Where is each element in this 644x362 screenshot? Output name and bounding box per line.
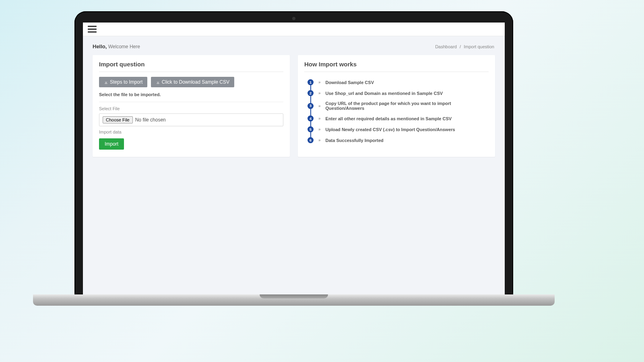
panels: Import question Steps to Import Click to…	[83, 55, 505, 157]
step-item: 2 » Use Shop_url and Domain as mentioned…	[308, 88, 489, 99]
choose-file-button[interactable]: Choose File	[103, 116, 133, 123]
greeting: Hello, Welcome Here	[93, 43, 140, 49]
laptop-notch	[260, 294, 328, 298]
step-item: 4 » Enter all other required details as …	[308, 113, 489, 124]
app-body: Hello, Welcome Here Dashboard / Import q…	[83, 36, 505, 295]
step-text: Copy URL of the product page for which y…	[326, 101, 489, 111]
chevron-right-icon: »	[318, 127, 321, 132]
breadcrumb: Dashboard / Import question	[434, 44, 495, 49]
breadcrumb-sep: /	[460, 44, 461, 49]
chevron-right-icon: »	[318, 80, 321, 84]
step-item: 6 » Data Successfully Imported	[308, 135, 489, 146]
select-file-label: Select File	[99, 106, 283, 111]
download-icon	[104, 80, 108, 84]
button-label: Click to Download Sample CSV	[162, 79, 229, 85]
greeting-hello: Hello,	[93, 43, 107, 49]
hamburger-icon[interactable]	[88, 25, 97, 34]
app-header	[83, 23, 505, 36]
button-label: Steps to Import	[110, 79, 142, 85]
step-text: Enter all other required details as ment…	[326, 116, 452, 121]
step-text: Download Sample CSV	[326, 80, 374, 85]
download-sample-csv-button[interactable]: Click to Download Sample CSV	[151, 77, 234, 87]
chevron-right-icon: »	[318, 91, 321, 95]
file-input[interactable]: Choose File No file chosen	[99, 113, 283, 126]
topbar: Hello, Welcome Here Dashboard / Import q…	[83, 36, 505, 55]
step-number-badge: 3	[308, 103, 314, 109]
greeting-sub: Welcome Here	[108, 44, 140, 49]
breadcrumb-root[interactable]: Dashboard	[435, 44, 457, 49]
download-icon	[156, 80, 160, 84]
breadcrumb-current: Import question	[464, 44, 494, 49]
instruction-text: Select the file to be imported.	[99, 92, 283, 102]
laptop-base	[33, 294, 555, 306]
step-item: 5 » Upload Newly created CSV (.csv) to I…	[308, 124, 489, 135]
how-import-works-card: How Import works 1 » Download Sample CSV…	[298, 55, 495, 157]
step-number-badge: 1	[308, 79, 314, 85]
chevron-right-icon: »	[318, 104, 321, 108]
step-item: 1 » Download Sample CSV	[308, 77, 489, 88]
laptop-camera	[292, 17, 295, 20]
steps-list: 1 » Download Sample CSV 2 » Use Shop_url…	[304, 77, 489, 146]
step-item: 3 » Copy URL of the product page for whi…	[308, 99, 489, 113]
card-title: How Import works	[304, 61, 489, 72]
import-data-label: Import data	[99, 130, 283, 134]
file-status: No file chosen	[135, 117, 166, 123]
chevron-right-icon: »	[318, 116, 321, 121]
import-question-card: Import question Steps to Import Click to…	[93, 55, 290, 157]
card-title: Import question	[99, 61, 283, 72]
step-text: Data Successfully Imported	[326, 138, 384, 143]
step-number-badge: 5	[308, 126, 314, 132]
step-number-badge: 6	[308, 137, 314, 143]
import-button[interactable]: Import	[99, 138, 124, 150]
step-number-badge: 4	[308, 115, 314, 121]
laptop-frame: Hello, Welcome Here Dashboard / Import q…	[74, 11, 513, 295]
steps-to-import-button[interactable]: Steps to Import	[99, 77, 147, 87]
screen: Hello, Welcome Here Dashboard / Import q…	[83, 23, 505, 295]
chevron-right-icon: »	[318, 138, 321, 142]
step-number-badge: 2	[308, 90, 314, 96]
step-text: Upload Newly created CSV (.csv) to Impor…	[326, 127, 455, 132]
step-text: Use Shop_url and Domain as mentioned in …	[326, 91, 443, 96]
